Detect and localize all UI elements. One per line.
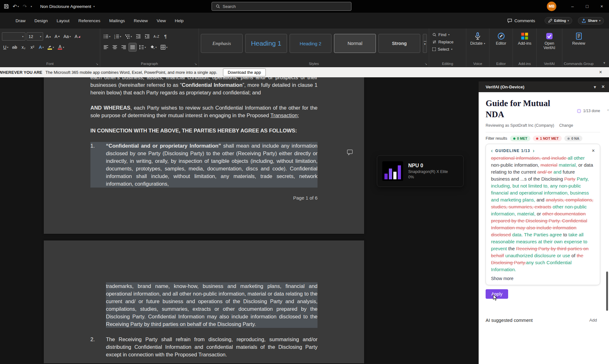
font-color-button[interactable]: A▾ — [56, 43, 65, 51]
document-title[interactable]: Non Disclosure Agreement ▾ — [40, 4, 95, 9]
tab-mailings[interactable]: Mailings — [106, 16, 128, 26]
undo-button[interactable]: ↶▾ — [13, 3, 19, 10]
panel-collapse-chevron-icon[interactable]: ▾ — [594, 85, 596, 89]
panel-close-icon[interactable]: × — [602, 84, 605, 90]
page-number-footer: Page 1 of 6 — [44, 195, 364, 201]
document-page-1[interactable]: each other's business, assets, financial… — [44, 77, 364, 234]
redo-button[interactable]: ↷ — [23, 3, 27, 10]
apply-button[interactable]: Apply — [486, 289, 508, 299]
comments-icon — [507, 18, 512, 23]
show-more-link[interactable]: Show more — [491, 276, 595, 281]
decrease-indent-button[interactable] — [134, 32, 142, 41]
numbered-list-button[interactable]: 123 ▾ — [113, 32, 122, 41]
addins-button[interactable]: Add-ins — [515, 31, 534, 46]
styles-gallery-more-button[interactable]: ▾ — [423, 34, 427, 53]
save-icon[interactable] — [4, 4, 9, 9]
editing-mode-dropdown[interactable]: Editing ▾ — [545, 17, 572, 24]
subscript-button[interactable]: x₂ — [20, 43, 27, 51]
avatar[interactable]: MB — [547, 2, 556, 11]
highlight-color-button[interactable]: ▾ — [46, 43, 55, 51]
line-spacing-button[interactable]: ▾ — [138, 43, 147, 51]
find-button[interactable]: Find▾ — [431, 32, 464, 38]
close-button[interactable]: × — [594, 0, 609, 13]
tab-design[interactable]: Design — [31, 16, 51, 26]
change-case-button[interactable]: Aa▾ — [62, 32, 72, 41]
tab-help[interactable]: Help — [171, 16, 187, 26]
tab-review[interactable]: Review — [130, 16, 151, 26]
borders-button[interactable]: ▾ — [159, 43, 169, 51]
grow-font-button[interactable]: A▴ — [44, 32, 52, 41]
replace-button[interactable]: Replace — [431, 39, 464, 45]
qat-overflow-chevron-icon[interactable]: ▾ — [31, 5, 32, 8]
tab-layout[interactable]: Layout — [53, 16, 73, 26]
multilevel-list-button[interactable]: ▾ — [124, 32, 133, 41]
doc-list-item: 2.The Receiving Party shall refrain from… — [90, 335, 318, 358]
list-number: 2. — [90, 335, 106, 358]
superscript-button[interactable]: x² — [29, 43, 36, 51]
align-left-button[interactable] — [102, 43, 110, 51]
style-strong[interactable]: Strong — [378, 34, 420, 53]
filter-badge-na[interactable]: 0 NA — [564, 136, 582, 141]
style-emphasis[interactable]: Emphasis — [201, 34, 243, 53]
align-right-button[interactable] — [120, 43, 128, 51]
badge-dot-icon — [567, 137, 570, 140]
style-h1[interactable]: Heading 1 — [245, 34, 287, 53]
notification-close-icon[interactable]: × — [597, 69, 605, 76]
search-input[interactable]: Search — [212, 2, 351, 11]
panel-edge-chevron-icon[interactable]: ‹ — [607, 107, 609, 112]
sort-button[interactable]: A↓Z — [152, 32, 160, 41]
maximize-button[interactable]: □ — [580, 0, 594, 13]
tab-view[interactable]: View — [153, 16, 169, 26]
download-app-button[interactable]: Download the app — [223, 68, 266, 76]
comments-button[interactable]: Comments — [503, 16, 539, 25]
find-icon — [432, 33, 436, 37]
notification-bar: WHEREVER YOU ARE The Microsoft 365 mobil… — [0, 67, 609, 77]
font-name-combo[interactable]: ▾ — [2, 32, 25, 41]
guideline-next-chevron-icon[interactable]: › — [533, 148, 534, 153]
underline-button[interactable]: U▾ — [2, 43, 10, 51]
filter-badge-met[interactable]: 0 MET — [510, 136, 530, 141]
font-size-combo[interactable]: 12▾ — [27, 32, 43, 41]
show-formatting-marks-button[interactable]: ¶ — [162, 32, 169, 41]
document-page-2[interactable]: trademarks, brand name, know-how, busine… — [44, 240, 364, 363]
guideline-close-icon[interactable]: × — [592, 148, 595, 154]
verifai-panel: VerifAI (On-Device) ▾ × ‹ Guide for Mutu… — [479, 81, 609, 364]
font-dialog-launcher[interactable]: ↘ — [96, 62, 98, 66]
shrink-font-button[interactable]: A▾ — [53, 32, 61, 41]
bulleted-list-button[interactable]: ▾ — [102, 32, 112, 41]
justify-button[interactable] — [129, 43, 136, 51]
redline-segment-norm: or — [535, 211, 542, 216]
shading-button[interactable]: ▾ — [148, 43, 158, 51]
editor-group: Editor Editor — [489, 29, 513, 67]
filter-badge-notmet[interactable]: 1 NOT MET — [533, 136, 562, 141]
open-verifai-button[interactable]: Open VerifAI — [539, 31, 560, 50]
text-effects-button[interactable]: A▾ — [37, 43, 45, 51]
change-link[interactable]: Change — [559, 123, 573, 128]
styles-dialog-launcher[interactable]: ↘ — [425, 62, 427, 66]
editor-button[interactable]: Editor — [491, 31, 511, 46]
style-normal[interactable]: Normal — [334, 34, 376, 53]
addins-group: Add-ins Add-ins — [513, 29, 537, 67]
add-comment-button[interactable]: Add — [586, 316, 600, 324]
clear-formatting-button[interactable]: A◢ — [73, 32, 82, 41]
tab-references[interactable]: References — [75, 16, 104, 26]
doc-list-item: 1.“Confidential and or proprietary Infor… — [90, 142, 318, 188]
tab-draw[interactable]: Draw — [12, 16, 29, 26]
editing-chevron-icon: ▾ — [567, 19, 569, 22]
titlebar-right: MB – □ × — [547, 0, 609, 13]
collapse-ribbon-chevron-icon[interactable]: ▾ — [603, 61, 605, 65]
strikethrough-button[interactable]: ab — [11, 43, 18, 51]
style-h2[interactable]: Heading 2 — [290, 34, 331, 53]
increase-indent-button[interactable] — [143, 32, 151, 41]
paragraph-dialog-launcher[interactable]: ↘ — [194, 62, 197, 66]
select-button[interactable]: Select▾ — [431, 46, 464, 52]
dictate-button[interactable]: Dictate▾ — [468, 31, 487, 46]
comment-flag-icon[interactable] — [347, 149, 354, 157]
minimize-button[interactable]: – — [565, 0, 580, 13]
guideline-prev-chevron-icon[interactable]: ‹ — [491, 148, 493, 153]
share-button[interactable]: Share ▾ — [578, 17, 604, 24]
review-button[interactable]: Review — [564, 31, 593, 46]
panel-scrollbar-thumb[interactable] — [606, 271, 608, 311]
undo-chevron-icon[interactable]: ▾ — [17, 5, 19, 8]
align-center-button[interactable] — [111, 43, 119, 51]
